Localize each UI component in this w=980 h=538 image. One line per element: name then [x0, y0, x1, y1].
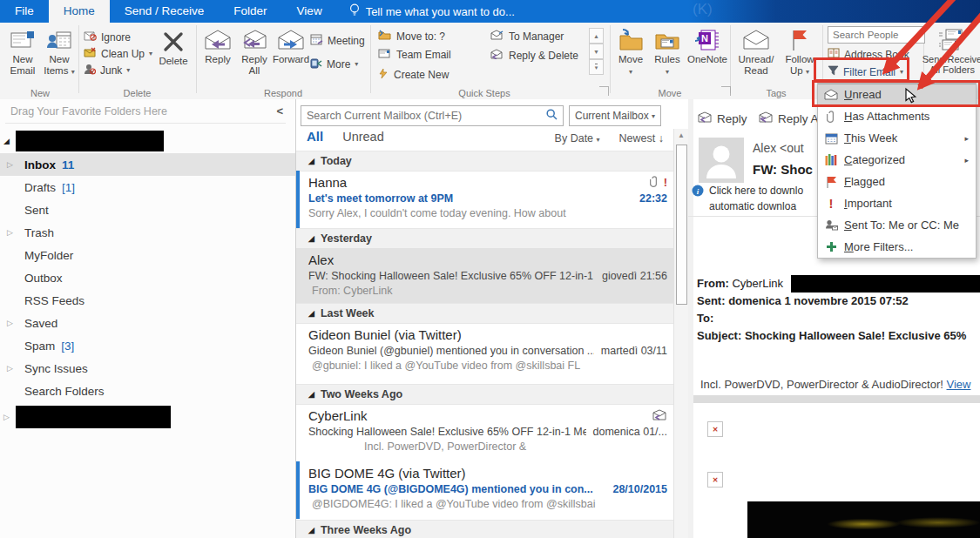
- account-node-1[interactable]: ◢: [3, 131, 164, 151]
- tell-me-label: Tell me what you want to do...: [366, 5, 515, 18]
- quickstep-reply-delete[interactable]: Reply & Delete: [490, 49, 578, 62]
- quickstep-move-to[interactable]: Move to: ?: [378, 30, 445, 43]
- onenote-button[interactable]: N OneNote: [686, 26, 728, 65]
- ignore-label: Ignore: [101, 31, 131, 44]
- email-item-hanna[interactable]: Hanna ! Let's meet tomorrow at 9PM 22:32…: [296, 171, 674, 228]
- reply-all-button[interactable]: Reply All: [235, 26, 274, 77]
- sidebar-item-search-folders[interactable]: Search Folders: [0, 380, 295, 402]
- reply-button[interactable]: Reply: [199, 26, 237, 65]
- tab-send-receive[interactable]: Send / Receive: [110, 0, 220, 23]
- sidebar-item-outbox[interactable]: Outbox: [0, 266, 295, 289]
- menu-item-flagged[interactable]: Flagged: [818, 171, 976, 192]
- move-button[interactable]: Move▾: [612, 26, 650, 77]
- search-scope-dropdown[interactable]: Current Mailbox ▾: [569, 105, 661, 126]
- more-respond-button[interactable]: More ▾: [310, 57, 358, 71]
- quickstep-to-manager[interactable]: To Manager: [490, 30, 564, 43]
- follow-up-icon: [790, 26, 809, 54]
- unread-read-button[interactable]: Unread/ Read: [733, 26, 779, 77]
- scroll-up-arrow-icon[interactable]: ▲: [674, 131, 688, 139]
- sidebar-item-trash[interactable]: ▷ Trash: [0, 221, 295, 244]
- menu-item-categorized[interactable]: Categorized ▸: [818, 149, 976, 171]
- dropdown-arrow-icon: ▾: [597, 136, 600, 144]
- new-email-button[interactable]: New Email: [3, 26, 42, 77]
- collapse-pane-chevron-icon[interactable]: <: [276, 104, 283, 118]
- tab-view[interactable]: View: [282, 0, 337, 23]
- sort-order-toggle[interactable]: Newest ↓: [619, 132, 664, 145]
- follow-up-button[interactable]: Follow Up ▾: [781, 26, 819, 77]
- sidebar-item-rss-feeds[interactable]: RSS Feeds: [0, 289, 295, 312]
- unread-count: 11: [62, 158, 74, 171]
- reply-all-label: Reply All: [235, 54, 274, 77]
- menu-item-important[interactable]: ! Important: [818, 192, 976, 214]
- group-header-last-week[interactable]: ◢ Last Week: [296, 303, 674, 324]
- email-item-big-dome[interactable]: BIG DOME 4G (via Twitter) BIG DOME 4G (@…: [296, 461, 674, 519]
- menu-item-sent-to-me[interactable]: Sent To: Me or CC: Me: [818, 214, 976, 236]
- sidebar-item-drafts[interactable]: Drafts [1]: [0, 176, 295, 198]
- reply-action-button[interactable]: Reply: [697, 111, 747, 125]
- filter-email-button[interactable]: Filter Email ▾: [828, 64, 903, 79]
- tab-unread[interactable]: Unread: [342, 130, 384, 144]
- expand-collapsed-icon[interactable]: ▷: [7, 319, 21, 327]
- quicksteps-scroll-down[interactable]: ▼: [589, 44, 604, 59]
- email-subject: Let's meet tomorrow at 9PM: [308, 192, 453, 205]
- message-list-scrollbar[interactable]: ▲: [673, 129, 688, 538]
- junk-button[interactable]: Junk ▾: [84, 63, 130, 77]
- quicksteps-scroll-up[interactable]: ▲: [589, 28, 604, 44]
- download-pictures-infobar[interactable]: i Click here to downloautomatic downloa: [692, 183, 803, 214]
- menu-item-this-week[interactable]: This Week ▸: [818, 127, 976, 149]
- group-header-two-weeks-ago[interactable]: ◢ Two Weeks Ago: [296, 384, 674, 405]
- tell-me-box[interactable]: Tell me what you want to do...: [349, 0, 515, 23]
- address-book-button[interactable]: Address Book: [828, 47, 909, 62]
- unread-indicator-bar: [296, 461, 300, 519]
- tab-all[interactable]: All: [307, 129, 323, 144]
- menu-item-more-filters[interactable]: More Filters...: [818, 236, 976, 258]
- view-link[interactable]: View: [947, 378, 971, 391]
- email-item-alex[interactable]: Alex FW: Shocking Halloween Sale! Exclus…: [296, 248, 674, 303]
- clean-up-button[interactable]: Clean Up ▾: [84, 46, 152, 61]
- expand-collapsed-icon[interactable]: ▷: [7, 160, 21, 169]
- sort-by-dropdown[interactable]: By Date ▾: [555, 132, 600, 145]
- email-subject: FW: Shocking Halloween Sale! Exclusive 6…: [308, 270, 595, 282]
- account-node-2[interactable]: ▷: [3, 406, 171, 428]
- delete-button[interactable]: Delete: [153, 28, 193, 67]
- new-items-button[interactable]: New Items ▾: [40, 26, 78, 77]
- expand-collapsed-icon[interactable]: ▷: [7, 228, 21, 237]
- email-subject: BIG DOME 4G (@BIGDOME4G) mentioned you i…: [308, 483, 593, 495]
- ignore-button[interactable]: Ignore: [84, 30, 131, 44]
- search-people-input[interactable]: [828, 26, 925, 44]
- sidebar-item-sent[interactable]: Sent: [0, 198, 295, 221]
- send-receive-all-button[interactable]: Send/Receive All Folders: [925, 26, 979, 76]
- favorites-hint: Drag Your Favorite Folders Here: [10, 105, 167, 118]
- quickstep-create-new[interactable]: Create New: [378, 68, 449, 82]
- sidebar-item-sync-issues[interactable]: ▷ Sync Issues: [0, 357, 295, 380]
- group-header-three-weeks-ago[interactable]: ◢ Three Weeks Ago: [296, 520, 674, 538]
- sidebar-item-spam[interactable]: Spam [3]: [0, 334, 295, 357]
- search-input[interactable]: [301, 110, 541, 122]
- reply-all-action-button[interactable]: Reply All: [758, 111, 824, 125]
- rules-button[interactable]: Rules▾: [648, 26, 686, 77]
- menu-item-has-attachments[interactable]: Has Attachments: [818, 105, 976, 127]
- forward-button[interactable]: Forward: [272, 26, 310, 65]
- search-icon[interactable]: [541, 108, 563, 124]
- email-item-gideon[interactable]: Gideon Buniel (via Twitter) Gideon Bunie…: [296, 323, 674, 384]
- quicksteps-dialog-launcher-icon[interactable]: [599, 86, 609, 96]
- sidebar-item-saved[interactable]: ▷ Saved: [0, 312, 295, 334]
- tab-folder[interactable]: Folder: [219, 0, 281, 23]
- group-header-today[interactable]: ◢ Today: [296, 151, 674, 171]
- email-date: domenica 01/...: [593, 426, 667, 438]
- email-item-cyberlink[interactable]: CyberLink Shocking Halloween Sale! Exclu…: [296, 404, 674, 461]
- group-header-yesterday[interactable]: ◢ Yesterday: [296, 228, 674, 249]
- quickstep-team-email[interactable]: Team Email: [378, 49, 451, 61]
- tab-home[interactable]: Home: [49, 0, 110, 23]
- reply-all-icon: [240, 26, 269, 54]
- quicksteps-more-button[interactable]: ▾: [589, 59, 604, 75]
- search-box[interactable]: [301, 105, 564, 126]
- scrollbar-thumb[interactable]: [676, 145, 687, 305]
- sidebar-item-inbox[interactable]: ▷ Inbox 11: [0, 153, 295, 176]
- menu-item-unread[interactable]: Unread: [818, 84, 976, 105]
- expand-collapsed-icon[interactable]: ▷: [7, 364, 21, 373]
- email-preview: @BIGDOME4G: I liked a @YouTube video fro…: [308, 498, 667, 510]
- sidebar-item-myfolder[interactable]: MyFolder: [0, 244, 295, 266]
- meeting-button[interactable]: Meeting: [310, 33, 365, 48]
- tab-file[interactable]: File: [0, 0, 49, 23]
